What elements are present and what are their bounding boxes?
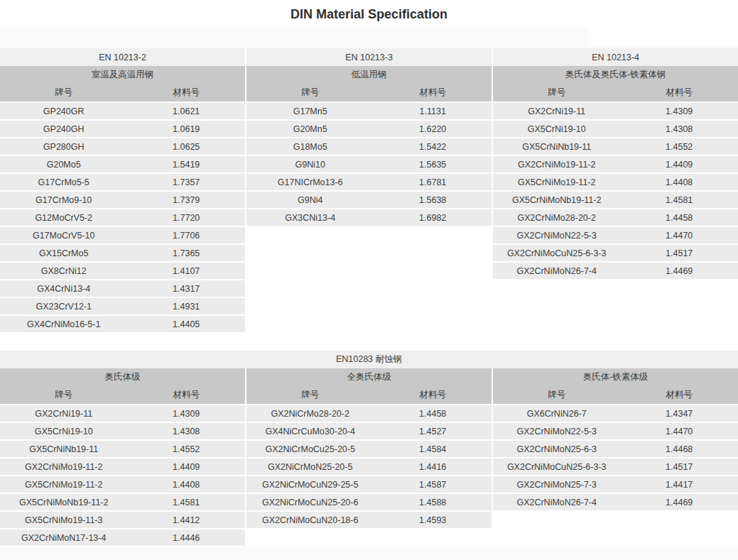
grade-cell: GX2CrNiMoN22-5-3 <box>493 231 620 241</box>
grade-cell: GX2CrNiMoN26-7-4 <box>493 266 620 276</box>
top-section: EN 10213-2 室温及高温用钢 牌号 材料号 GP240GR1.0621G… <box>0 48 738 334</box>
table-row: GX2CrNiMoN25-7-31.4417 <box>493 476 738 493</box>
grade-cell: GX2NiCrMoN25-20-5 <box>246 462 374 472</box>
grade-cell: GX2CrNiMoN17-13-4 <box>0 533 127 543</box>
material-no-cell: 1.6220 <box>374 124 492 134</box>
band-notch <box>588 28 738 46</box>
grade-cell: GX2CrNiMo19-11-2 <box>0 462 127 472</box>
grade-header: 牌号 <box>246 87 374 99</box>
material-no-header: 材料号 <box>374 87 492 99</box>
table-row: GX2NiCrMoCuN29-25-51.4587 <box>246 476 492 493</box>
table-row: G17CrMo5-51.7357 <box>0 174 245 190</box>
header-band <box>0 28 738 48</box>
grade-cell: GX23CrV12-1 <box>0 302 127 312</box>
material-no-cell: 1.0625 <box>127 142 245 152</box>
category-label: 奥氏体级 <box>0 368 245 386</box>
bottom-section: 奥氏体级 牌号 材料号 GX2CrNi19-111.4309GX5CrNi19-… <box>0 368 738 547</box>
table-row: GX15CrMo51.7365 <box>0 245 245 261</box>
grade-cell: GX8CrNi12 <box>0 266 127 276</box>
material-no-cell: 1.4107 <box>127 266 245 276</box>
material-no-cell: 1.4527 <box>374 427 492 437</box>
table-row: G12MoCrV5-21.7720 <box>0 209 245 226</box>
table-row: GX23CrV12-11.4931 <box>0 298 245 314</box>
table-row: G17NICrMo13-61.6781 <box>246 174 492 190</box>
table-row: GP280GH1.0625 <box>0 138 245 155</box>
category-label: 室温及高温用钢 <box>0 66 245 84</box>
category-label: 奥氏体及奥氏体-铁素体钢 <box>493 66 738 84</box>
table-row: GX2NiCrMoCu25-20-51.4584 <box>246 441 492 457</box>
material-no-cell: 1.1131 <box>374 106 492 116</box>
material-no-cell: 1.4408 <box>620 177 738 187</box>
grade-cell: GX2CrNiMoN25-7-3 <box>493 480 620 490</box>
table-row: GX2CrNiMoCuN25-6-3-31.4517 <box>493 459 738 475</box>
grade-cell: G9Ni4 <box>246 195 374 205</box>
table-row: GX6CrNiN26-71.4347 <box>493 405 738 422</box>
standard-label: EN 10213-2 <box>0 48 245 66</box>
column-headers: 牌号 材料号 <box>493 84 738 101</box>
material-no-cell: 1.5419 <box>127 160 245 170</box>
table-row: GX5CrNi19-101.4308 <box>0 423 245 439</box>
table-en10283-austenitic-ferritic: 奥氏体-铁素体级 牌号 材料号 GX6CrNiN26-71.4347GX2CrN… <box>493 368 738 512</box>
grade-cell: G18Mo5 <box>246 142 374 152</box>
grade-cell: GX5CrNiMo19-11-2 <box>493 177 620 187</box>
page-title: DIN Material Specification <box>291 7 447 22</box>
grade-header: 牌号 <box>0 87 127 99</box>
grade-cell: GX2CrNiMoCuN25-6-3-3 <box>493 462 620 472</box>
table-row: GX2CrNiMoN17-13-41.4446 <box>0 529 245 546</box>
table-row: GX4CrNiMo16-5-11.4405 <box>0 316 245 332</box>
table-en10213-2: EN 10213-2 室温及高温用钢 牌号 材料号 GP240GR1.0621G… <box>0 48 245 334</box>
table-row: GX5CrNiMoNb19-11-21.4581 <box>493 192 738 208</box>
table-row: G17CrMo9-101.7379 <box>0 192 245 208</box>
grade-header: 牌号 <box>0 389 127 401</box>
material-no-cell: 1.4581 <box>620 195 738 205</box>
table-row: GX2CrNiMoN26-7-41.4469 <box>493 263 738 279</box>
table-row: G9Ni41.5638 <box>246 192 492 208</box>
din-material-specification-page: DIN Material Specification EN 10213-2 室温… <box>0 0 738 560</box>
table-body: GX2CrNi19-111.4309GX5CrNi19-101.4308GX5C… <box>0 405 245 546</box>
grade-cell: GX2NiCrMoCuN29-25-5 <box>246 480 374 490</box>
material-no-cell: 1.0619 <box>127 124 245 134</box>
table-row: GX4CrNi13-41.4317 <box>0 280 245 297</box>
table-body: GX2CrNi19-111.4309GX5CrNi19-101.4308GX5C… <box>493 103 738 279</box>
material-no-cell: 1.4317 <box>127 284 245 294</box>
grade-cell: GX2CrNiMoCuN20-18-6 <box>246 515 374 525</box>
grade-cell: G12MoCrV5-2 <box>0 213 127 223</box>
table-row: GX5CrNiMoNb19-11-21.4581 <box>0 494 245 510</box>
footer-strip <box>0 547 738 560</box>
table-body: GX2NiCrMo28-20-21.4458GX4NiCrCuMo30-20-4… <box>246 405 492 528</box>
grade-cell: G20Mo5 <box>0 160 127 170</box>
material-no-cell: 1.4308 <box>620 124 738 134</box>
column-headers: 牌号 材料号 <box>246 84 492 101</box>
material-no-header: 材料号 <box>127 389 245 401</box>
table-row: GX2CrNiMo19-11-21.4409 <box>493 156 738 172</box>
grade-cell: GX2NiCrMoCu25-20-5 <box>246 444 374 454</box>
column-headers: 牌号 材料号 <box>0 84 245 101</box>
material-no-cell: 1.4458 <box>374 409 492 419</box>
material-no-cell: 1.4409 <box>620 160 738 170</box>
material-no-cell: 1.4469 <box>620 498 738 507</box>
grade-cell: GX5CrNiMo19-11-3 <box>0 515 127 525</box>
material-no-cell: 1.4468 <box>620 444 738 454</box>
material-no-cell: 1.7720 <box>127 213 245 223</box>
standard-label: EN 10213-4 <box>493 48 738 66</box>
grade-cell: GX4CrNi13-4 <box>0 284 127 294</box>
material-no-cell: 1.6982 <box>374 213 492 223</box>
material-no-cell: 1.4417 <box>620 480 738 490</box>
grade-cell: GX5CrNiMoNb19-11-2 <box>0 498 127 507</box>
table-body: GP240GR1.0621GP240GH1.0619GP280GH1.0625G… <box>0 103 245 332</box>
table-row: GX5CrNiNb19-111.4552 <box>0 441 245 457</box>
grade-cell: G17Mn5 <box>246 106 374 116</box>
material-no-cell: 1.4470 <box>620 231 738 241</box>
grade-cell: GX2CrNi19-11 <box>493 106 620 116</box>
material-no-cell: 1.0621 <box>127 106 245 116</box>
material-no-cell: 1.5422 <box>374 142 492 152</box>
table-row: GX3CNi13-41.6982 <box>246 209 492 226</box>
material-no-cell: 1.6781 <box>374 177 492 187</box>
grade-cell: GX2NiCrMoCuN25-20-6 <box>246 498 374 507</box>
material-no-cell: 1.4458 <box>620 213 738 223</box>
grade-cell: GX6CrNiN26-7 <box>493 409 620 419</box>
material-no-cell: 1.4309 <box>127 409 245 419</box>
table-en10213-3: EN 10213-3 低温用钢 牌号 材料号 G17Mn51.1131G20Mn… <box>246 48 492 227</box>
material-no-cell: 1.4517 <box>620 248 738 258</box>
bottom-section-title: EN10283 耐蚀钢 <box>0 351 738 368</box>
